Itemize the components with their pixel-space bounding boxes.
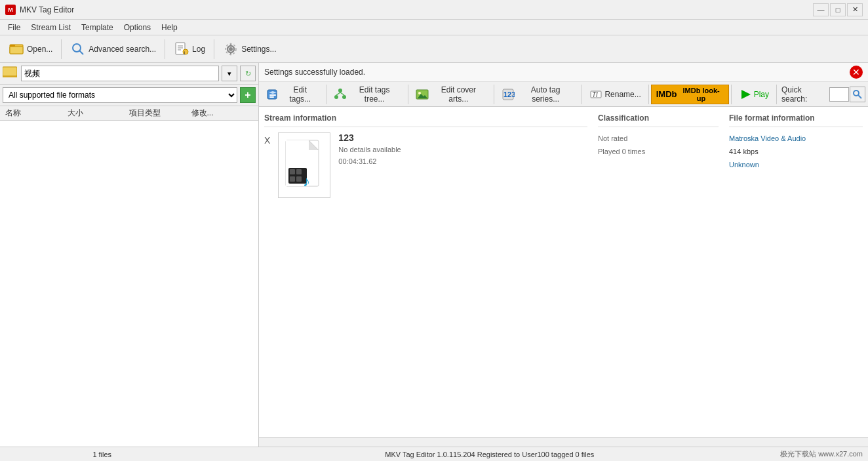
brand-info: 极光下载站 www.x27.com xyxy=(780,449,863,459)
right-content: Stream information X xyxy=(259,107,868,437)
maximize-button[interactable]: □ xyxy=(830,3,846,16)
rt-sep-4 xyxy=(582,85,582,104)
svg-point-22 xyxy=(334,95,338,99)
files-count: 1 files xyxy=(5,451,199,458)
log-button[interactable]: i Log xyxy=(168,38,211,60)
stream-column: Stream information X xyxy=(264,112,587,198)
folder-icon xyxy=(3,66,18,81)
file-format-column: File format information Matroska Video &… xyxy=(719,112,863,198)
edit-cover-icon xyxy=(416,88,429,101)
open-button[interactable]: Open... xyxy=(3,38,58,60)
menu-template[interactable]: Template xyxy=(76,22,119,33)
edit-cover-label: Edit cover arts... xyxy=(431,85,486,104)
play-button[interactable]: Play xyxy=(734,85,774,104)
right-panel: Settings successfully loaded. ✕ Edit tag… xyxy=(259,63,868,447)
folder-refresh-btn[interactable]: ↻ xyxy=(240,66,256,81)
folder-dropdown-btn[interactable]: ▾ xyxy=(222,66,237,81)
menu-file[interactable]: File xyxy=(3,22,26,33)
svg-point-34 xyxy=(854,90,859,96)
status-close-button[interactable]: ✕ xyxy=(850,66,863,79)
settings-button[interactable]: Settings... xyxy=(217,38,282,60)
rt-sep-1 xyxy=(326,85,326,104)
folder-bar: ▾ ↻ xyxy=(0,63,258,85)
bitrate: 414 kbps xyxy=(729,146,863,159)
classification-header: Classification xyxy=(598,112,719,127)
app-title: MKV Tag Editor xyxy=(20,5,813,14)
menu-options[interactable]: Options xyxy=(119,22,156,33)
play-count: Played 0 times xyxy=(598,146,719,159)
rename-button[interactable]: TI Rename... xyxy=(584,85,646,104)
svg-rect-41 xyxy=(290,169,295,174)
quick-search-button[interactable] xyxy=(850,87,865,102)
search-icon xyxy=(70,41,86,57)
rt-sep-6 xyxy=(731,85,732,104)
stream-item: X xyxy=(264,132,587,198)
status-bar: 1 files MKV Tag Editor 1.0.115.204 Regis… xyxy=(0,447,868,461)
stream-no-details: No details available xyxy=(338,144,587,156)
quick-search-input[interactable] xyxy=(829,87,849,102)
separator-3 xyxy=(214,39,214,59)
menu-bar: File Stream List Template Options Help xyxy=(0,20,868,35)
stream-duration: 00:04:31.62 xyxy=(338,156,587,168)
filter-select[interactable]: All supported file formats xyxy=(3,87,237,103)
horizontal-scrollbar[interactable] xyxy=(259,437,868,447)
classification-info: Not rated Played 0 times xyxy=(598,132,719,159)
file-format-header: File format information xyxy=(729,112,863,127)
svg-text:123: 123 xyxy=(503,90,515,98)
stream-header: Stream information xyxy=(264,112,587,127)
rating: Not rated xyxy=(598,132,719,146)
svg-rect-43 xyxy=(290,176,295,182)
play-icon xyxy=(739,88,752,101)
rt-sep-3 xyxy=(494,85,494,104)
svg-point-21 xyxy=(338,89,342,92)
menu-stream-list[interactable]: Stream List xyxy=(26,22,76,33)
settings-icon xyxy=(223,41,239,57)
menu-help[interactable]: Help xyxy=(156,22,183,33)
rename-icon: TI xyxy=(589,88,602,101)
toolbar: Open... Advanced search... i Log xyxy=(0,35,868,63)
edit-tags-tree-icon xyxy=(334,88,347,101)
svg-text:TI: TI xyxy=(592,91,598,98)
imdb-button[interactable]: IMDb IMDb look-up xyxy=(651,85,729,104)
edit-tags-tree-button[interactable]: Edit tags tree... xyxy=(328,85,406,104)
svg-point-11 xyxy=(229,47,233,51)
stream-remove-btn[interactable]: X xyxy=(264,135,270,146)
stream-details: No details available 00:04:31.62 xyxy=(338,144,587,167)
svg-rect-16 xyxy=(3,67,17,76)
svg-line-4 xyxy=(79,50,83,54)
stream-info: 123 No details available 00:04:31.62 xyxy=(338,132,587,167)
auto-tag-label: Auto tag series... xyxy=(517,85,574,104)
svg-rect-44 xyxy=(296,176,302,182)
svg-point-23 xyxy=(342,95,346,99)
window-controls: — □ ✕ xyxy=(813,3,863,16)
app-info: MKV Tag Editor 1.0.115.204 Registered to… xyxy=(199,451,781,458)
search-button[interactable]: Advanced search... xyxy=(64,38,162,60)
file-list-header: 名称 大小 项目类型 修改... xyxy=(0,106,258,121)
status-top: Settings successfully loaded. ✕ xyxy=(259,63,868,82)
close-button[interactable]: ✕ xyxy=(847,3,863,16)
extra-info: Unknown xyxy=(729,159,863,172)
edit-cover-button[interactable]: Edit cover arts... xyxy=(410,85,492,104)
col-modified: 修改... xyxy=(191,108,254,119)
auto-tag-button[interactable]: 123 Auto tag series... xyxy=(496,85,580,104)
svg-point-27 xyxy=(418,92,421,94)
svg-line-25 xyxy=(340,92,344,95)
left-panel: ▾ ↻ All supported file formats + 名称 大小 项… xyxy=(0,63,259,447)
svg-rect-1 xyxy=(10,47,23,54)
edit-tags-button[interactable]: Edit tags... xyxy=(262,85,324,104)
play-label: Play xyxy=(754,90,769,99)
minimize-button[interactable]: — xyxy=(813,3,829,16)
right-toolbar: Edit tags... Edit tags tree... xyxy=(259,82,868,107)
open-label: Open... xyxy=(27,45,52,54)
file-list xyxy=(0,121,258,447)
title-bar: M MKV Tag Editor — □ ✕ xyxy=(0,0,868,20)
filter-add-btn[interactable]: + xyxy=(240,87,256,103)
settings-label: Settings... xyxy=(241,45,276,54)
svg-rect-20 xyxy=(269,96,274,98)
stream-title: 123 xyxy=(338,132,587,143)
filter-bar: All supported file formats + xyxy=(0,85,258,106)
svg-rect-2 xyxy=(10,45,15,47)
folder-input[interactable] xyxy=(21,66,219,81)
edit-tags-tree-label: Edit tags tree... xyxy=(349,85,401,104)
search-label: Advanced search... xyxy=(89,45,156,54)
